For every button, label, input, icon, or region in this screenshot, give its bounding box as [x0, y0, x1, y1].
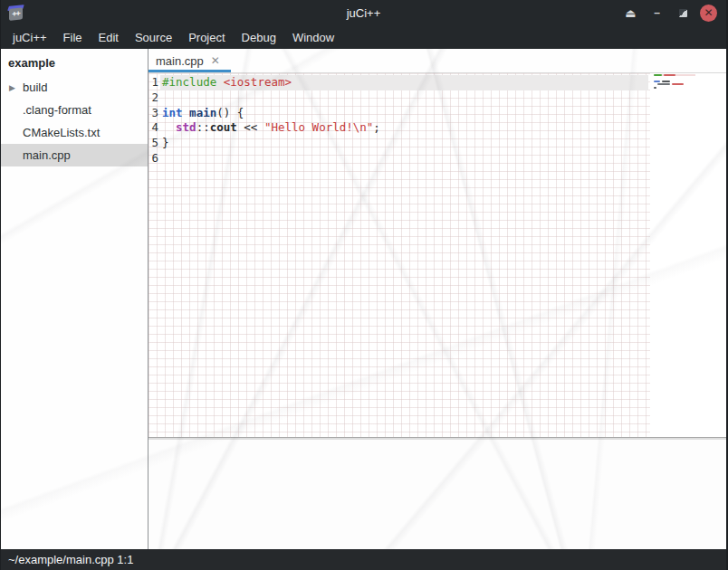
- code-text: [160, 90, 648, 106]
- code-line-6[interactable]: 6: [148, 151, 648, 166]
- tree-item-label: .clang-format: [23, 103, 91, 117]
- minimap-row-5: [654, 87, 695, 89]
- minimap-code-segment: [672, 83, 684, 85]
- status-bar: ~/example/main.cpp 1:1: [1, 549, 726, 570]
- shade-window-button[interactable]: ⏏: [621, 4, 640, 23]
- tab-close-icon[interactable]: ✕: [211, 55, 220, 66]
- minimap-code-segment: [654, 81, 660, 82]
- code-editor[interactable]: 1#include <iostream>23int main() {4 std:…: [148, 73, 726, 437]
- minimap-code-segment: [654, 87, 656, 89]
- tree-item-label: build: [23, 81, 47, 94]
- menu-file[interactable]: File: [55, 27, 91, 48]
- minimap-row-6: [654, 90, 695, 91]
- line-number: 2: [148, 90, 160, 106]
- file-tree-sidebar: example ▶build.clang-formatCMakeLists.tx…: [1, 49, 148, 549]
- line-number: 5: [148, 136, 160, 151]
- source-minimap[interactable]: [654, 74, 695, 92]
- restore-icon: [679, 9, 687, 17]
- window-controls: ⏏ – ✕: [621, 4, 726, 23]
- menu-debug[interactable]: Debug: [234, 27, 284, 48]
- code-text: std::cout << "Hello World!\n";: [160, 120, 648, 136]
- app-window: ++ juCi++ ⏏ – ✕ juCi++FileEditSourceProj…: [0, 0, 728, 570]
- minimap-code-segment: [657, 83, 670, 85]
- menu-bar: juCi++FileEditSourceProjectDebugWindow: [1, 25, 726, 49]
- terminal-panel[interactable]: [148, 440, 726, 549]
- menu-juci[interactable]: juCi++: [5, 27, 55, 48]
- file-tree: ▶build.clang-formatCMakeLists.txtmain.cp…: [1, 76, 148, 166]
- code-line-3[interactable]: 3int main() {: [148, 106, 648, 121]
- code-line-1[interactable]: 1#include <iostream>: [148, 75, 648, 90]
- code-text: [160, 151, 648, 166]
- code-lines: 1#include <iostream>23int main() {4 std:…: [148, 75, 648, 166]
- code-text: int main() {: [160, 106, 648, 121]
- close-button[interactable]: ✕: [700, 5, 717, 22]
- minimap-row-2: [654, 77, 695, 79]
- code-line-4[interactable]: 4 std::cout << "Hello World!\n";: [148, 120, 648, 136]
- minimap-code-segment: [662, 81, 670, 82]
- minimap-code-segment: [664, 74, 675, 76]
- main-content: example ▶build.clang-formatCMakeLists.tx…: [1, 49, 726, 549]
- minimap-row-3: [654, 81, 695, 82]
- line-number: 3: [148, 106, 160, 121]
- editor-column: main.cpp✕ 1#include <iostream>23int main…: [148, 49, 726, 549]
- sidebar-item--clang-format[interactable]: .clang-format: [1, 99, 148, 121]
- line-number: 6: [148, 151, 160, 166]
- expander-icon[interactable]: ▶: [9, 83, 15, 92]
- tree-item-label: CMakeLists.txt: [23, 126, 100, 139]
- sidebar-item-build[interactable]: ▶build: [1, 76, 148, 99]
- minimap-row-1: [654, 74, 695, 76]
- sidebar-item-main-cpp[interactable]: main.cpp: [1, 144, 148, 166]
- tab-bar: main.cpp✕: [148, 49, 726, 73]
- status-file-position: ~/example/main.cpp 1:1: [8, 553, 133, 566]
- sidebar-item-cmakelists-txt[interactable]: CMakeLists.txt: [1, 121, 148, 144]
- menu-window[interactable]: Window: [284, 27, 342, 48]
- code-line-2[interactable]: 2: [148, 90, 648, 106]
- minimap-row-4: [654, 83, 695, 85]
- restore-button[interactable]: [674, 4, 693, 23]
- minimap-code-segment: [654, 74, 662, 76]
- line-number: 4: [148, 120, 160, 136]
- code-line-5[interactable]: 5}: [148, 136, 648, 151]
- menu-project[interactable]: Project: [180, 27, 233, 48]
- code-text: #include <iostream>: [160, 75, 648, 90]
- minimize-button[interactable]: –: [647, 4, 666, 23]
- window-title: juCi++: [1, 6, 726, 20]
- code-text: }: [160, 136, 648, 151]
- title-bar: ++ juCi++ ⏏ – ✕: [1, 0, 726, 25]
- menu-edit[interactable]: Edit: [91, 27, 127, 48]
- tree-item-label: main.cpp: [23, 148, 71, 162]
- tab-label: main.cpp: [156, 54, 204, 68]
- line-number: 1: [148, 75, 160, 90]
- tab-main-cpp[interactable]: main.cpp✕: [148, 49, 231, 72]
- menu-source[interactable]: Source: [127, 27, 180, 48]
- project-root-label[interactable]: example: [1, 51, 148, 76]
